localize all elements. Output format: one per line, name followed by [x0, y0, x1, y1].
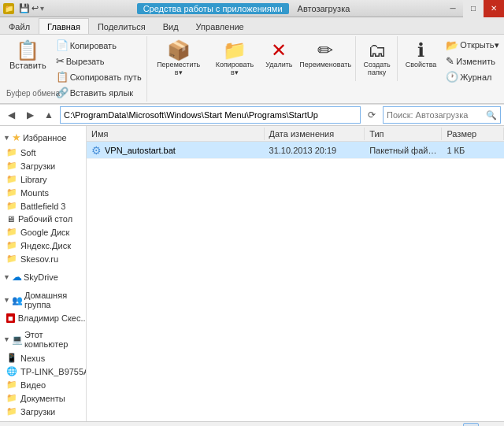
user-icon: ■ [6, 313, 15, 323]
sidebar-item-tplink[interactable]: 🌐 TP-LINK_B9755A... [0, 365, 86, 378]
sidebar-skydrive-header[interactable]: ▼ ☁ SkyDrive [0, 269, 86, 285]
sidebar-item-yandexdisk1[interactable]: 📁 Яндекс.Диск [0, 239, 86, 252]
copy-button[interactable]: 📄 Копировать [53, 38, 145, 53]
sidebar-item-docs[interactable]: 📁 Документы [0, 391, 86, 405]
new-folder-icon: 🗂 [368, 41, 387, 60]
move-button[interactable]: 📦 Переместить в▾ [150, 38, 207, 80]
tab-share[interactable]: Поделиться [89, 18, 154, 34]
sidebar-item-images[interactable]: 📁 Изображения [0, 418, 86, 421]
ribbon-group-organize: 📦 Переместить в▾ 📁 Копировать в▾ ✕ Удали… [149, 36, 356, 81]
close-button[interactable]: ✕ [484, 0, 504, 17]
edit-icon: ✎ [446, 55, 454, 67]
star-icon: ★ [12, 132, 21, 143]
address-input[interactable] [60, 106, 361, 124]
network-icon: 🌐 [6, 366, 17, 376]
file-type: Пакетный файл ... [365, 144, 442, 157]
open-button[interactable]: 📂 Открыть▾ [443, 38, 502, 53]
column-header-date[interactable]: Дата изменения [265, 128, 365, 140]
sidebar-item-video[interactable]: 📁 Видео [0, 378, 86, 391]
sidebar-label: Skesov.ru [20, 254, 58, 264]
sidebar-item-downloads1[interactable]: 📁 Загрузки [0, 159, 86, 172]
sidebar-item-googledrive[interactable]: 📁 Google Диск [0, 225, 86, 239]
details-view-button[interactable]: ⊞ [482, 423, 498, 427]
up-button[interactable]: ▲ [41, 107, 57, 123]
copy-to-icon: 📁 [223, 41, 246, 60]
properties-button[interactable]: ℹ Свойства [401, 38, 442, 72]
sidebar-item-battlefield[interactable]: 📁 Battlefield 3 [0, 199, 86, 213]
favorites-arrow-icon: ▼ [3, 134, 10, 142]
homegroup-arrow-icon: ▼ [3, 296, 10, 304]
file-list: Имя Дата изменения Тип Размер ⚙ VPN_auto… [87, 126, 504, 421]
tab-view[interactable]: Вид [154, 18, 187, 34]
homegroup-label: Домашняя группа [24, 291, 83, 309]
computer-icon: 💻 [12, 335, 23, 345]
quick-access-undo[interactable]: ↩ [32, 3, 39, 13]
paste-shortcut-button[interactable]: 🔗 Вставить ярлык [53, 85, 145, 100]
sidebar-item-downloads2[interactable]: 📁 Загрузки [0, 405, 86, 418]
list-view-button[interactable]: ☰ [463, 423, 479, 427]
sidebar-favorites-header[interactable]: ▼ ★ Избранное [0, 129, 86, 146]
folder-icon: 📁 [6, 201, 17, 211]
folder-icon: 📁 [6, 161, 17, 171]
quick-access-save[interactable]: 💾 [19, 3, 30, 13]
computer-arrow-icon: ▼ [3, 335, 10, 343]
refresh-button[interactable]: ⟳ [364, 107, 380, 123]
edit-button[interactable]: ✎ Изменить [443, 54, 502, 69]
search-icon: 🔍 [486, 110, 499, 120]
device-icon: 📱 [6, 353, 17, 363]
rename-button[interactable]: ✏ Переименовать [298, 38, 354, 72]
column-header-type[interactable]: Тип [365, 128, 442, 140]
sidebar-item-library[interactable]: 📁 Library [0, 172, 86, 186]
ribbon-tabs: Файл Главная Поделиться Вид Управление [0, 17, 504, 35]
scissors-icon: ✂ [56, 55, 65, 67]
ribbon-group-clipboard: 📋 Вставить 📄 Копировать ✂ Вырезать 📋 Ско… [3, 36, 147, 102]
sidebar-label: Library [20, 175, 47, 184]
ribbon: Файл Главная Поделиться Вид Управление 📋… [0, 17, 504, 104]
sidebar-label: Документы [20, 394, 65, 403]
sidebar-item-desktop1[interactable]: 🖥 Рабочий стол [0, 213, 86, 225]
sidebar-item-user[interactable]: ■ Владимир Скес... [0, 312, 86, 324]
tab-file[interactable]: Файл [0, 18, 39, 34]
file-row[interactable]: ⚙ VPN_autostart.bat 31.10.2013 20:19 Пак… [87, 142, 504, 159]
clipboard-label: Буфер обмена [6, 89, 60, 98]
cut-button[interactable]: ✂ Вырезать [53, 54, 145, 69]
sidebar-computer-header[interactable]: ▼ 💻 Этот компьютер [0, 328, 86, 351]
sidebar-item-soft[interactable]: 📁 Soft [0, 146, 86, 159]
history-button[interactable]: 🕐 Журнал [443, 69, 502, 84]
history-icon: 🕐 [446, 71, 458, 83]
sidebar-item-mounts[interactable]: 📁 Mounts [0, 186, 86, 199]
folder-icon: 📁 [6, 147, 17, 157]
copy-to-button[interactable]: 📁 Копировать в▾ [209, 38, 261, 80]
minimize-button[interactable]: ─ [443, 0, 463, 17]
sidebar-homegroup-header[interactable]: ▼ 👥 Домашняя группа [0, 288, 86, 312]
sidebar-item-nexus[interactable]: 📱 Nexus [0, 351, 86, 365]
sidebar-label: Видео [20, 380, 46, 390]
sidebar-favorites: ▼ ★ Избранное 📁 Soft 📁 Загрузки 📁 Librar… [0, 129, 86, 265]
tab-home[interactable]: Главная [39, 18, 89, 34]
file-name: VPN_autostart.bat [105, 146, 176, 155]
folder-icon: 📁 [6, 406, 17, 417]
maximize-button[interactable]: □ [463, 0, 484, 17]
title-bar-left: 📁 💾 ↩ ▾ [0, 3, 44, 14]
desktop-icon: 🖥 [6, 214, 15, 224]
title-bar: 📁 💾 ↩ ▾ Средства работы с приложениями А… [0, 0, 504, 17]
homegroup-icon: 👥 [12, 295, 23, 306]
sidebar: ▼ ★ Избранное 📁 Soft 📁 Загрузки 📁 Librar… [0, 126, 87, 421]
column-header-size[interactable]: Размер [442, 128, 504, 140]
forward-button[interactable]: ▶ [22, 107, 38, 123]
paste-button[interactable]: 📋 Вставить [5, 38, 51, 73]
computer-label: Этот компьютер [24, 330, 83, 349]
column-header-name[interactable]: Имя [87, 128, 265, 140]
ribbon-content: 📋 Вставить 📄 Копировать ✂ Вырезать 📋 Ско… [0, 35, 504, 103]
status-bar: 1 элемент Выбран 1 элемент: 61 байт ☰ ⊞ [0, 421, 504, 426]
sidebar-item-skesov[interactable]: 📁 Skesov.ru [0, 252, 86, 265]
search-input[interactable] [384, 109, 486, 120]
new-folder-button[interactable]: 🗂 Создать папку [359, 38, 395, 80]
delete-button[interactable]: ✕ Удалить [262, 38, 296, 72]
copy-path-button[interactable]: 📋 Скопировать путь [53, 69, 145, 84]
back-button[interactable]: ◀ [3, 107, 19, 123]
tab-manage[interactable]: Управление [187, 18, 253, 34]
sidebar-label: TP-LINK_B9755A... [20, 367, 86, 376]
search-box[interactable]: 🔍 [383, 106, 501, 124]
folder-icon: 📁 [6, 227, 17, 237]
